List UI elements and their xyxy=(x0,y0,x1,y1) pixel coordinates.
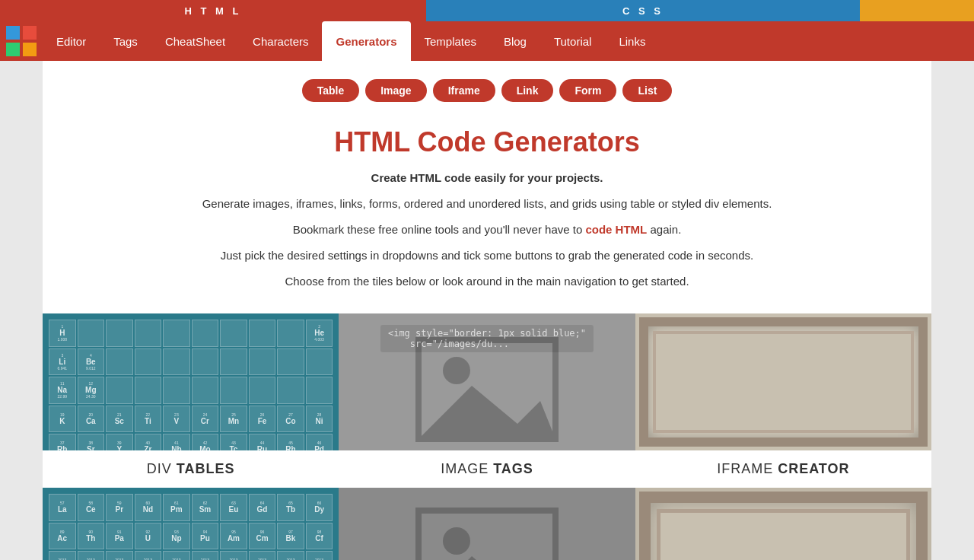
desc-3: Just pick the desired settings in dropdo… xyxy=(183,247,791,265)
quick-link-image[interactable]: Image xyxy=(365,79,426,102)
nav-characters[interactable]: Characters xyxy=(239,21,322,61)
quick-link-link[interactable]: Link xyxy=(501,79,554,102)
nav-tags[interactable]: Tags xyxy=(100,21,151,61)
page-title: HTML Code Generators xyxy=(43,126,931,158)
iframe-frame-outer xyxy=(639,317,928,447)
nav-links[interactable]: Links xyxy=(605,21,659,61)
nav-tutorial[interactable]: Tutorial xyxy=(540,21,605,61)
site-logo[interactable] xyxy=(6,26,37,56)
quick-link-table[interactable]: Table xyxy=(302,79,360,102)
tile-label-image: IMAGE TAGS xyxy=(339,450,635,488)
tile-bg-tables: 1H1.008 2He4.003 3Li6.941 4Be9.012 xyxy=(43,313,339,450)
periodic-table-visual-2: 57La 58Ce 59Pr 60Nd 61Pm 62Sm 63Eu 64Gd … xyxy=(43,488,339,560)
code-snippet-overlay: <img style="border: 1px solid blue;" src… xyxy=(380,325,594,352)
tile-bg-image: <img style="border: 1px solid blue;" src… xyxy=(339,313,635,450)
element-Mg: 12Mg24.30 xyxy=(78,377,105,404)
quick-link-form[interactable]: Form xyxy=(559,79,616,102)
quick-link-iframe[interactable]: Iframe xyxy=(433,79,495,102)
element-He: 2He4.003 xyxy=(306,320,333,347)
iframe-frame-inner-2 xyxy=(657,509,910,560)
tile-bg-iframe-2 xyxy=(635,488,931,560)
main-content: Table Image Iframe Link Form List HTML C… xyxy=(43,61,931,560)
nav-cheatsheet[interactable]: CheatSheet xyxy=(151,21,239,61)
svg-rect-7 xyxy=(419,511,555,560)
desc-bold: Create HTML code easily for your project… xyxy=(183,169,791,187)
top-bar: H T M L C S S xyxy=(0,0,974,21)
quick-link-list[interactable]: List xyxy=(622,79,672,102)
svg-marker-6 xyxy=(419,386,555,439)
element-H: 1H1.008 xyxy=(49,320,76,347)
svg-rect-0 xyxy=(6,26,20,40)
desc-1: Generate images, iframes, links, forms, … xyxy=(183,195,791,213)
desc-2: Bookmark these free online tools and you… xyxy=(183,221,791,239)
tiles-grid: 1H1.008 2He4.003 3Li6.941 4Be9.012 xyxy=(43,313,931,560)
tile-div-tables[interactable]: 1H1.008 2He4.003 3Li6.941 4Be9.012 xyxy=(43,313,339,560)
element-Na: 11Na22.99 xyxy=(49,377,76,404)
svg-rect-1 xyxy=(23,26,37,40)
desc-2-pre: Bookmark these free online tools and you… xyxy=(293,223,586,236)
svg-point-8 xyxy=(443,527,470,555)
extra-tab-bar xyxy=(860,0,974,21)
desc-2-post: again. xyxy=(647,223,681,236)
html-label: H T M L xyxy=(185,5,242,17)
quick-links-bar: Table Image Iframe Link Form List xyxy=(43,61,931,111)
nav-blog[interactable]: Blog xyxy=(490,21,540,61)
element-Be: 4Be9.012 xyxy=(78,348,105,376)
tile-bg-tables-2: 57La 58Ce 59Pr 60Nd 61Pm 62Sm 63Eu 64Gd … xyxy=(43,488,339,560)
nav-editor[interactable]: Editor xyxy=(43,21,100,61)
html-tab-bar: H T M L xyxy=(0,0,426,21)
main-nav: Editor Tags CheatSheet Characters Genera… xyxy=(0,21,974,61)
desc-4: Choose from the tiles below or look arou… xyxy=(183,272,791,291)
iframe-frame-inner xyxy=(653,331,914,433)
css-tab-bar: C S S xyxy=(426,0,860,21)
code-html-link[interactable]: code HTML xyxy=(585,223,647,236)
nav-generators[interactable]: Generators xyxy=(322,21,410,61)
page-description: Create HTML code easily for your project… xyxy=(183,169,791,291)
element-Li: 3Li6.941 xyxy=(49,348,76,376)
tile-image-tags[interactable]: <img style="border: 1px solid blue;" src… xyxy=(339,313,635,560)
periodic-table-visual: 1H1.008 2He4.003 3Li6.941 4Be9.012 xyxy=(43,313,339,450)
tile-bg-iframe xyxy=(635,313,931,450)
svg-point-5 xyxy=(443,357,470,384)
tile-bg-image-2 xyxy=(339,488,635,560)
svg-rect-2 xyxy=(6,43,20,56)
image-placeholder-icon-2 xyxy=(411,503,563,560)
nav-templates[interactable]: Templates xyxy=(411,21,490,61)
tile-label-iframe: IFRAME CREATOR xyxy=(635,450,931,488)
tile-label-tables: DIV TABLES xyxy=(43,450,339,488)
iframe-frame-outer-2 xyxy=(639,492,928,560)
svg-marker-9 xyxy=(419,556,555,560)
css-label: C S S xyxy=(622,5,664,17)
tile-iframe-creator[interactable]: IFRAME CREATOR xyxy=(635,313,931,560)
svg-rect-3 xyxy=(23,43,37,56)
